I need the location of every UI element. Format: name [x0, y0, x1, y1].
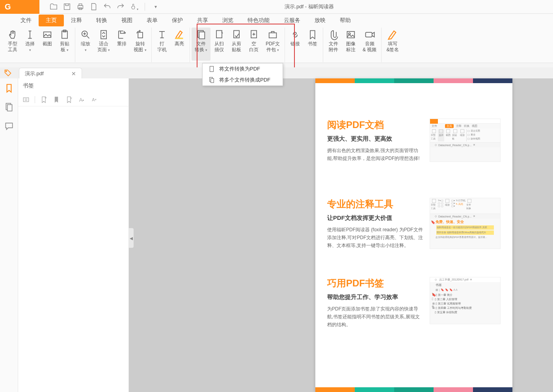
menu-convert[interactable]: 转换 — [89, 15, 114, 26]
bookmarks-rail-icon[interactable] — [4, 83, 14, 93]
menu-help[interactable]: 帮助 — [333, 15, 358, 26]
snapshot-icon — [42, 29, 53, 40]
menu-browse[interactable]: 浏览 — [215, 15, 240, 26]
file-icon — [208, 65, 215, 72]
svg-rect-15 — [269, 33, 277, 38]
text-size-up-icon[interactable]: A▴ — [78, 96, 86, 104]
menu-home[interactable]: 主页 — [39, 15, 64, 26]
bookmark-add-icon[interactable] — [40, 96, 48, 104]
link-icon — [290, 29, 301, 40]
scanner-icon — [214, 29, 225, 40]
document-viewport[interactable]: ◂ 阅读PDF文档 更强大、更实用、更高效 拥有出色的文档渲染效果,强大的页面管… — [129, 78, 553, 392]
document-tab[interactable]: 演示.pdf ✕ — [19, 68, 82, 79]
audio-video-button[interactable]: 音频 & 视频 — [359, 28, 380, 61]
undo-icon[interactable] — [103, 2, 112, 11]
ribbon-group-create: 文件 转换 ▾ 从扫 描仪 从剪 贴板 空 白页 PDF文 件包 ▾ — [190, 28, 285, 62]
ribbon-group-links: 链接 书签 — [285, 28, 323, 62]
redo-icon[interactable] — [116, 2, 125, 11]
typewriter-icon — [156, 29, 168, 40]
svg-rect-24 — [7, 105, 12, 111]
link-button[interactable]: 链接 — [287, 28, 304, 61]
app-logo: G — [0, 0, 39, 14]
file-convert-button[interactable]: 文件 转换 ▾ — [192, 28, 210, 61]
menu-special[interactable]: 特色功能 — [240, 15, 277, 26]
section-subheading: 让PDF文档发挥更大价值 — [327, 214, 423, 222]
file-convert-icon — [196, 29, 207, 40]
touch-icon[interactable]: ▾ — [130, 2, 138, 11]
menu-cloud[interactable]: 云服务 — [277, 15, 307, 26]
menu-bar: 文件 主页 注释 转换 视图 表单 保护 共享 浏览 特色功能 云服务 放映 帮… — [0, 14, 553, 27]
fit-page-button[interactable]: 适合 页面 ▾ — [94, 28, 113, 61]
logo-g-icon: G — [5, 2, 11, 11]
page-bottom-color-bar — [315, 387, 512, 392]
svg-point-22 — [6, 71, 7, 72]
svg-rect-21 — [211, 78, 214, 83]
bookmark-expand-icon[interactable] — [22, 96, 30, 104]
from-scanner-button[interactable]: 从扫 描仪 — [210, 28, 228, 61]
select-button[interactable]: 选择▾ — [21, 28, 39, 61]
snapshot-button[interactable]: 截图 — [39, 28, 56, 61]
text-size-down-icon[interactable]: A▾ — [90, 96, 98, 104]
bookmarks-panel-title: 书签 — [18, 78, 128, 93]
hand-tool-button[interactable]: 手型 工具 — [4, 28, 21, 61]
image-annotation-button[interactable]: 图像 标注 — [342, 28, 359, 61]
qat-separator — [145, 3, 145, 11]
rotate-view-button[interactable]: 旋转 视图 ▾ — [130, 28, 149, 61]
panel-collapse-handle[interactable]: ◂ — [129, 228, 134, 248]
bookmarks-panel: 书签 A▴ A▾ — [18, 78, 129, 392]
title-bar: G ▾ ▾ 演示.pdf - 福昕阅读器 — [0, 0, 553, 14]
from-clipboard-button[interactable]: 从剪 贴板 — [228, 28, 245, 61]
files-icon — [208, 76, 215, 84]
save-icon[interactable] — [63, 2, 71, 11]
bookmark-delete-icon[interactable] — [65, 96, 73, 104]
tab-label: 演示.pdf — [25, 70, 44, 77]
bookmark-icon — [307, 29, 318, 40]
fill-sign-icon — [387, 29, 398, 40]
print-icon[interactable] — [76, 2, 85, 11]
pages-rail-icon[interactable] — [4, 102, 14, 112]
ribbon-group-sign: 填写 &签名 — [382, 28, 404, 62]
typewriter-button[interactable]: 打 字机 — [153, 28, 171, 61]
clipboard-button[interactable]: 剪贴 板 ▾ — [56, 28, 73, 61]
quick-access-toolbar: ▾ ▾ — [39, 2, 160, 11]
bookmark-new-icon[interactable] — [52, 96, 60, 104]
svg-rect-0 — [64, 4, 70, 10]
section-body: 为PDF页面添加书签,除了实现内容的快速导航,书签还能指明不同书签的层级关系,展… — [327, 305, 423, 329]
menu-comment[interactable]: 注释 — [64, 15, 89, 26]
open-icon[interactable] — [49, 2, 58, 11]
page-section-bookmarks: 巧用PDF书签 帮助您提升工作、学习效率 为PDF页面添加书签,除了实现内容的快… — [315, 269, 512, 333]
svg-rect-9 — [138, 32, 143, 38]
rotate-icon — [135, 29, 146, 40]
fit-page-icon — [98, 29, 109, 40]
zoom-button[interactable]: 缩放▾ — [77, 28, 94, 61]
convert-file-to-pdf-item[interactable]: 将文件转换为PDF — [203, 63, 283, 74]
fill-sign-button[interactable]: 填写 &签名 — [383, 28, 402, 61]
pdf-page: 阅读PDF文档 更强大、更实用、更高效 拥有出色的文档渲染效果,强大的页面管理功… — [315, 78, 512, 392]
menu-form[interactable]: 表单 — [140, 15, 165, 26]
svg-rect-12 — [216, 30, 222, 38]
menu-share[interactable]: 共享 — [190, 15, 215, 26]
portfolio-icon — [267, 29, 278, 40]
window-title: 演示.pdf - 福昕阅读器 — [160, 3, 458, 10]
pdf-portfolio-button[interactable]: PDF文 件包 ▾ — [263, 28, 283, 61]
attachment-button[interactable]: 文件 附件 — [325, 28, 342, 61]
ribbon-group-tools: 手型 工具 选择▾ 截图 剪贴 板 ▾ — [2, 28, 75, 62]
menu-slideshow[interactable]: 放映 — [307, 15, 333, 26]
menu-view[interactable]: 视图 — [114, 15, 140, 26]
comments-rail-icon[interactable] — [4, 121, 14, 131]
highlight-button[interactable]: 高亮 — [171, 28, 188, 61]
menu-protect[interactable]: 保护 — [165, 15, 190, 26]
section-body: 使用福昕PDF阅读器 (foxit reader) 为PDF文件添加注释,可对P… — [327, 226, 423, 249]
blank-page-icon — [248, 29, 259, 40]
convert-multiple-files-item[interactable]: 将多个文件转换成PDF — [203, 74, 283, 85]
qat-customize-icon[interactable]: ▾ — [151, 2, 160, 11]
bookmark-button[interactable]: 书签 — [304, 28, 321, 61]
section-heading: 巧用PDF书签 — [327, 277, 423, 290]
tab-close-button[interactable]: ✕ — [71, 71, 76, 77]
section-subheading: 帮助您提升工作、学习效率 — [327, 294, 423, 301]
reflow-button[interactable]: 重排 — [113, 28, 130, 61]
page-icon[interactable] — [89, 2, 98, 11]
blank-page-button[interactable]: 空 白页 — [245, 28, 263, 61]
tag-icon[interactable] — [4, 69, 12, 78]
menu-file[interactable]: 文件 — [13, 15, 39, 26]
